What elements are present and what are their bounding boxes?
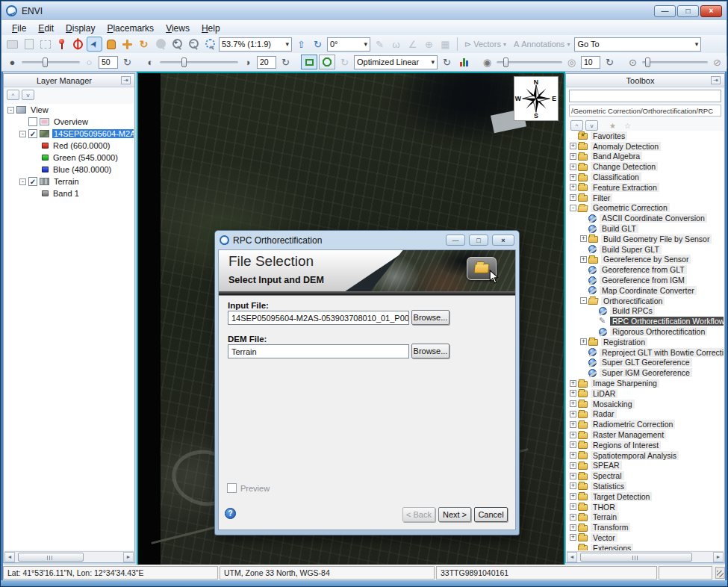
expander-icon[interactable]: [570, 174, 576, 181]
zoom-in-icon[interactable]: +: [169, 37, 184, 52]
rotate-view-icon[interactable]: ↻: [136, 37, 152, 52]
contrast-reset-icon[interactable]: ↻: [278, 55, 293, 69]
sharpen-slider[interactable]: [497, 55, 562, 69]
expander-icon[interactable]: [580, 297, 587, 304]
vectors-menu-button[interactable]: ⊳ Vectors ▾: [461, 40, 509, 49]
toolbox-tree-item[interactable]: Band Algebra: [567, 152, 724, 162]
help-icon[interactable]: ?: [225, 508, 236, 519]
paste-icon[interactable]: [21, 37, 37, 52]
resize-grip-icon[interactable]: [715, 567, 725, 579]
dialog-close-button[interactable]: ×: [492, 235, 514, 246]
toolbox-tree-item[interactable]: THOR: [567, 502, 724, 512]
toolbox-tree-item[interactable]: Image Sharpening: [567, 378, 724, 388]
brightness-slider[interactable]: [22, 55, 80, 69]
toolbox-tree-item[interactable]: Map Coordinate Converter: [567, 285, 724, 296]
select-cursor-icon[interactable]: ➤: [87, 37, 102, 52]
toolbox-tree-item[interactable]: Target Detection: [567, 491, 724, 502]
scrollbar-thumb[interactable]: [580, 553, 692, 562]
toolbox-tree-item[interactable]: Radiometric Correction: [567, 419, 724, 429]
layer-band-blue[interactable]: Blue (480.0000): [4, 164, 134, 176]
expander-icon[interactable]: [580, 235, 587, 242]
expander-icon[interactable]: [19, 178, 26, 185]
minimize-button[interactable]: —: [654, 5, 676, 17]
toolbox-tree-item[interactable]: Change Detection: [567, 161, 724, 172]
next-button[interactable]: Next >: [438, 507, 471, 522]
toolbox-tree-item[interactable]: Georeference from IGM: [567, 275, 724, 285]
chip-region-icon[interactable]: [37, 37, 53, 52]
expander-icon[interactable]: [570, 482, 576, 489]
fly-move-icon[interactable]: [119, 37, 135, 52]
zoom-combo[interactable]: 53.7% (1:1.9) ▾: [219, 37, 292, 52]
scroll-left-icon[interactable]: ◄: [567, 552, 577, 562]
toolbox-tree-item[interactable]: Statistics: [567, 481, 724, 491]
zoom-fit-icon[interactable]: [202, 37, 217, 52]
expander-icon[interactable]: [570, 452, 576, 459]
layer-checkbox[interactable]: [28, 177, 37, 186]
layer-checkbox[interactable]: [28, 129, 37, 138]
toolbox-tree-item[interactable]: Anomaly Detection: [567, 141, 724, 152]
collapse-all-button[interactable]: ^: [7, 90, 19, 100]
toolbox-tree-item[interactable]: Filter: [567, 193, 724, 203]
brightness-value-input[interactable]: 50: [99, 56, 118, 69]
layer-band-red[interactable]: Red (660.0000): [4, 140, 134, 152]
input-file-browse-button[interactable]: Browse...: [411, 310, 449, 325]
toolbox-tree-item[interactable]: Registration: [567, 337, 724, 347]
layer-manager-hscrollbar[interactable]: ◄ ►: [4, 551, 134, 562]
zoom-out-icon[interactable]: −: [185, 37, 201, 52]
preview-checkbox[interactable]: [227, 483, 237, 493]
vertex-edit-icon[interactable]: ✎: [372, 37, 388, 52]
scroll-right-icon[interactable]: ►: [123, 552, 134, 562]
toolbox-tree-item[interactable]: RPC Orthorectification Workflow: [567, 316, 724, 326]
north-up-icon[interactable]: ↻: [310, 37, 326, 52]
menu-item[interactable]: Views: [160, 22, 196, 35]
close-button[interactable]: ×: [700, 5, 722, 17]
sharpen-value-input[interactable]: 10: [581, 56, 600, 69]
menu-item[interactable]: Placemarks: [101, 22, 160, 35]
expander-icon[interactable]: [570, 421, 576, 428]
layer-band-1[interactable]: Band 1: [4, 187, 134, 199]
pan-hand-icon[interactable]: [103, 37, 119, 52]
expander-icon[interactable]: [570, 380, 576, 387]
layer-terrain[interactable]: Terrain: [4, 176, 134, 187]
toolbox-search-input[interactable]: [569, 90, 721, 102]
layer-band-green[interactable]: Green (545.0000): [4, 152, 134, 164]
dialog-title-bar[interactable]: RPC Orthorectification — □ ×: [218, 231, 516, 249]
stretch-on-view-extent-button[interactable]: [301, 55, 317, 69]
toolbox-tree-item[interactable]: Super GLT Georeference: [567, 358, 724, 368]
toolbox-hscrollbar[interactable]: ◄ ►: [567, 551, 724, 562]
menu-item[interactable]: Edit: [32, 22, 60, 35]
contrast-slider[interactable]: [160, 55, 238, 69]
stretch-on-roi-button[interactable]: [319, 55, 335, 69]
expander-icon[interactable]: [570, 503, 576, 510]
expand-all-button[interactable]: v: [585, 120, 598, 131]
toolbox-tree-item[interactable]: LiDAR: [567, 388, 724, 399]
layer-checkbox[interactable]: [28, 117, 37, 126]
toolbox-tree-item[interactable]: Spectral: [567, 470, 724, 481]
expander-icon[interactable]: [570, 432, 576, 438]
expander-icon[interactable]: [570, 390, 576, 397]
toolbox-tree-item[interactable]: Raster Management: [567, 429, 724, 440]
layer-raster[interactable]: 14SEP05095604-M2AS-053903708010_01_P001.…: [4, 128, 134, 140]
scrollbar-thumb[interactable]: [18, 553, 84, 562]
measure-angle-icon[interactable]: ∠: [405, 37, 420, 52]
rotation-combo[interactable]: 0° ▾: [327, 37, 370, 52]
expander-icon[interactable]: [570, 205, 576, 211]
brightness-reset-icon[interactable]: ↻: [119, 55, 135, 69]
mensuration-icon[interactable]: ⊕: [421, 37, 437, 52]
input-file-field[interactable]: 14SEP05095604-M2AS-053903708010_01_P001.…: [228, 311, 409, 325]
pin-icon[interactable]: ⇥: [121, 76, 131, 84]
center-crosshair-icon[interactable]: [70, 37, 86, 52]
transparency-slider[interactable]: [642, 55, 708, 69]
expander-icon[interactable]: [570, 184, 576, 190]
expander-icon[interactable]: [570, 462, 576, 469]
scroll-left-icon[interactable]: ◄: [4, 552, 15, 562]
zoom-icon[interactable]: [152, 37, 168, 52]
maximize-button[interactable]: □: [677, 5, 699, 17]
toolbox-tree-item[interactable]: Spatiotemporal Analysis: [567, 450, 724, 461]
vector-edit-icon[interactable]: ω: [388, 37, 404, 52]
stretch-refresh-icon[interactable]: ↻: [439, 55, 455, 69]
contrast-value-input[interactable]: 20: [257, 56, 276, 69]
expander-icon[interactable]: [570, 524, 576, 531]
histogram-icon[interactable]: [456, 55, 472, 69]
toolbox-tree-item[interactable]: Transform: [567, 522, 724, 532]
